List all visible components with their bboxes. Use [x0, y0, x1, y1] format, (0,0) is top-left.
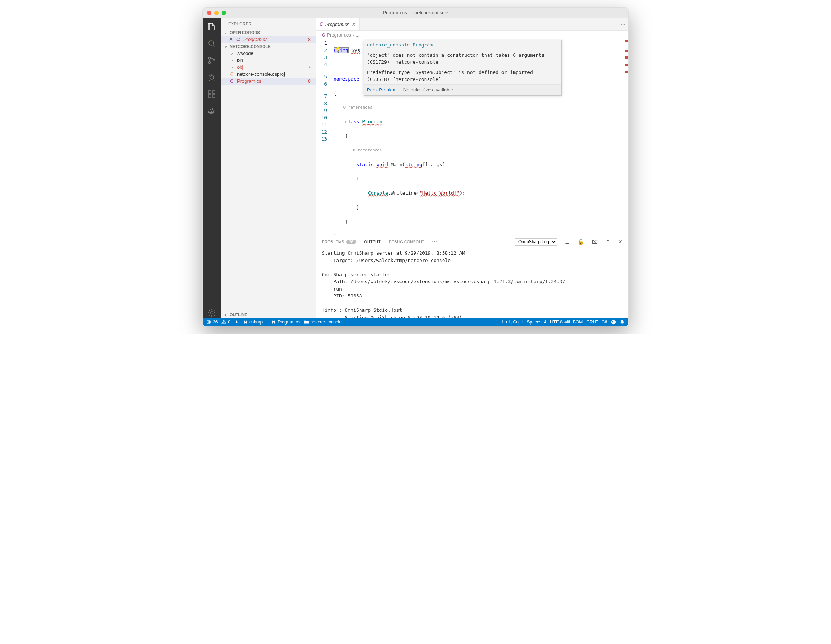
source-control-icon[interactable]	[207, 55, 217, 65]
overview-ruler[interactable]	[623, 39, 628, 236]
hover-header: netcore_console.Program	[364, 40, 562, 50]
debug-icon[interactable]	[207, 72, 217, 82]
xml-file-icon: ⟨⟩	[229, 71, 235, 77]
status-bar: 26 0 csharp | Program.cs netcore-console…	[203, 318, 628, 326]
svg-point-1	[209, 57, 211, 59]
file-item[interactable]: C Program.cs 8	[221, 78, 316, 84]
status-flame-icon[interactable]	[234, 319, 239, 325]
bell-icon[interactable]	[619, 319, 625, 325]
breadcrumb[interactable]: C Program.cs › ...	[316, 31, 628, 39]
hover-tooltip: netcore_console.Program 'object' does no…	[364, 40, 562, 96]
lock-icon[interactable]: 🔓	[578, 239, 584, 245]
svg-rect-8	[212, 91, 215, 93]
editor-tab[interactable]: C Program.cs ✕	[316, 18, 360, 30]
explorer-icon[interactable]	[207, 22, 217, 32]
csharp-file-icon: C	[235, 37, 241, 42]
close-panel-icon[interactable]: ✕	[618, 239, 622, 245]
status-folder[interactable]: netcore-console	[304, 319, 342, 325]
sidebar-title: EXPLORER	[221, 18, 316, 29]
chevron-right-icon: ›	[229, 57, 235, 63]
editor[interactable]: 1 2 3 4 5 6 7 8 9 10 11 12 13 💡using Sys…	[316, 39, 628, 236]
feedback-icon[interactable]	[611, 319, 616, 325]
line-numbers: 1 2 3 4 5 6 7 8 9 10 11 12 13	[316, 39, 334, 236]
chevron-up-icon[interactable]: ⌃	[606, 239, 610, 245]
more-icon[interactable]: ⋯	[432, 239, 437, 245]
extensions-icon[interactable]	[207, 89, 217, 99]
svg-rect-6	[209, 95, 211, 97]
folder-item[interactable]: › bin	[221, 57, 316, 64]
settings-gear-icon[interactable]	[207, 308, 217, 318]
status-warnings[interactable]: 0	[221, 319, 231, 325]
explorer-sidebar: EXPLORER ⌄ OPEN EDITORS ✕ C Program.cs 8…	[221, 18, 316, 318]
titlebar: Program.cs — netcore-console	[203, 8, 628, 18]
folder-item[interactable]: › .vscode	[221, 50, 316, 57]
svg-point-12	[612, 321, 613, 322]
output-content[interactable]: Starting OmniSharp server at 9/29/2019, …	[316, 248, 628, 318]
status-errors[interactable]: 26	[206, 319, 218, 325]
close-tab-icon[interactable]: ✕	[352, 22, 355, 27]
chevron-right-icon: ›	[229, 64, 235, 70]
activity-bar	[203, 18, 221, 318]
word-wrap-icon[interactable]: ≣	[565, 239, 570, 245]
hover-message: 'object' does not contain a constructor …	[364, 50, 562, 67]
svg-point-4	[210, 76, 213, 80]
outline-section[interactable]: › OUTLINE	[221, 311, 316, 318]
svg-rect-7	[212, 95, 215, 97]
status-cursor-position[interactable]: Ln 1, Col 1	[502, 319, 524, 325]
open-editor-item[interactable]: ✕ C Program.cs 8	[221, 36, 316, 43]
status-eol[interactable]: CRLF	[586, 319, 598, 325]
status-language[interactable]: C#	[602, 319, 607, 325]
svg-point-2	[209, 62, 211, 64]
editor-tabs: C Program.cs ✕ ⋯	[316, 18, 628, 31]
csharp-file-icon: C	[320, 22, 323, 27]
workspace-section[interactable]: ⌄ NETCORE-CONSOLE	[221, 43, 316, 50]
problems-tab[interactable]: PROBLEMS 26	[322, 240, 356, 244]
lightbulb-icon[interactable]: 💡	[335, 46, 341, 54]
peek-problem-link[interactable]: Peek Problem	[367, 86, 397, 93]
status-encoding[interactable]: UTF-8 with BOM	[550, 319, 583, 325]
svg-point-11	[611, 320, 616, 324]
status-csharp[interactable]: csharp	[243, 319, 263, 325]
csharp-file-icon: C	[229, 78, 235, 84]
status-file[interactable]: Program.cs	[271, 319, 300, 325]
output-tab[interactable]: OUTPUT	[364, 240, 380, 244]
svg-rect-5	[209, 91, 211, 93]
bottom-panel: PROBLEMS 26 OUTPUT DEBUG CONSOLE ⋯ OmniS…	[316, 236, 628, 318]
status-indentation[interactable]: Spaces: 4	[527, 319, 546, 325]
hover-message: Predefined type 'System.Object' is not d…	[364, 67, 562, 84]
svg-point-9	[211, 312, 213, 314]
search-icon[interactable]	[207, 38, 217, 49]
no-fix-label: No quick fixes available	[403, 86, 453, 93]
svg-point-3	[213, 60, 215, 62]
window-title: Program.cs — netcore-console	[203, 10, 628, 15]
chevron-down-icon: ⌄	[223, 30, 228, 35]
open-editors-section[interactable]: ⌄ OPEN EDITORS	[221, 29, 316, 36]
chevron-down-icon: ⌄	[223, 44, 228, 49]
debug-console-tab[interactable]: DEBUG CONSOLE	[389, 240, 424, 244]
chevron-right-icon: ›	[223, 312, 228, 317]
chevron-right-icon: ›	[229, 51, 235, 56]
modified-dot-icon: •	[308, 66, 314, 69]
more-actions-icon[interactable]: ⋯	[621, 22, 626, 27]
folder-item[interactable]: › obj •	[221, 64, 316, 71]
file-item[interactable]: ⟨⟩ netcore-console.csproj	[221, 71, 316, 78]
output-channel-select[interactable]: OmniSharp Log	[515, 238, 557, 245]
svg-point-0	[209, 41, 213, 45]
csharp-file-icon: C	[322, 32, 325, 38]
clear-icon[interactable]: ⌧	[592, 239, 598, 245]
svg-point-13	[614, 321, 614, 322]
close-icon[interactable]: ✕	[229, 37, 233, 42]
docker-icon[interactable]	[207, 106, 217, 116]
